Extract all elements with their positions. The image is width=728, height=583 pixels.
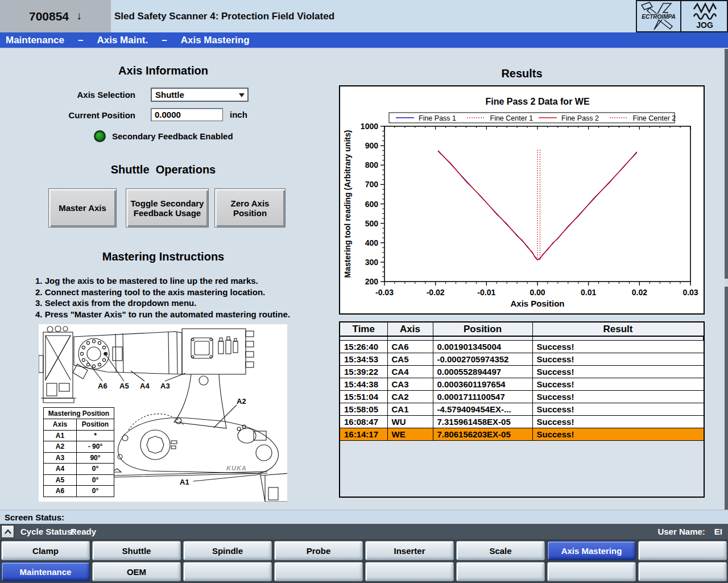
result-cell: 7.806156203EX-05 <box>433 428 532 440</box>
result-row[interactable]: 15:58:05CA1-4.579409454EX-...Success! <box>340 403 704 415</box>
menu-empty-button[interactable] <box>547 562 636 581</box>
result-row[interactable]: 15:34:53CA5-0.0002705974352Success! <box>340 353 704 365</box>
instructions-title: Mastering Instructions <box>57 250 270 263</box>
hmi-screen: 700854 ↓ Sled Safety Scanner 4: Protecti… <box>0 0 728 583</box>
result-row[interactable]: 16:14:17WE7.806156203EX-05Success! <box>340 428 704 440</box>
result-cell: 0.000552894497 <box>433 365 532 378</box>
legend-label: Fine Center 1 <box>490 114 533 122</box>
toggle-secondary-feedback-button[interactable]: Toggle Secondary Feedback Usage <box>126 188 209 228</box>
svg-text:-0.03: -0.03 <box>375 288 394 297</box>
results-column-header: Time <box>340 322 387 336</box>
result-row[interactable]: 16:08:47WU7.315961458EX-05Success! <box>340 415 704 428</box>
label-a4: A4 <box>140 382 150 390</box>
fig-table-row: A50° <box>44 474 114 486</box>
breadcrumb-separator: – <box>162 35 167 46</box>
result-cell: WU <box>387 415 433 428</box>
plot-frame <box>384 126 690 282</box>
menu-maintenance[interactable]: Maintenance <box>1 562 90 581</box>
svg-text:1000: 1000 <box>361 122 378 131</box>
result-row[interactable]: 15:39:22CA40.000552894497Success! <box>340 365 704 378</box>
fig-cell: - 90° <box>77 441 114 452</box>
cycle-status-bar: Cycle Status: Ready User Name: EI <box>0 524 728 539</box>
result-cell: Success! <box>532 403 704 415</box>
result-cell: Success! <box>532 428 704 440</box>
master-axis-button[interactable]: Master Axis <box>48 188 117 228</box>
result-cell: 0.001901345004 <box>433 340 532 353</box>
result-cell: CA1 <box>387 403 433 415</box>
result-row[interactable]: 15:51:04CA20.0001711100547Success! <box>340 390 704 403</box>
zero-axis-position-button[interactable]: Zero Axis Position <box>214 188 286 228</box>
results-chart: Fine Pass 2 Data for WEFine Pass 1Fine C… <box>340 86 704 313</box>
result-cell: 16:14:17 <box>340 428 387 440</box>
menu-spindle[interactable]: Spindle <box>183 541 272 560</box>
spacer-cell <box>340 336 387 340</box>
result-cell: 15:26:40 <box>340 340 387 353</box>
secondary-feedback-label: Secondary Feedback Enabled <box>112 131 233 141</box>
result-cell: 0.0001711100547 <box>433 390 532 403</box>
menu-inserter[interactable]: Inserter <box>365 541 454 560</box>
robot-diagram: A6 A5 A4 A3 A2 A1 KUKA Mastering Positio… <box>39 324 287 502</box>
fig-cell: 90° <box>77 453 114 464</box>
fig-table-header: AxisPosition <box>44 419 114 430</box>
jog-mode-button[interactable]: JOG <box>680 0 728 32</box>
menu-shuttle[interactable]: Shuttle <box>92 541 181 560</box>
chart-title: Fine Pass 2 Data for WE <box>485 97 589 106</box>
results-column-header: Result <box>532 322 704 336</box>
y-axis-label: Mastering tool reading (Arbitrary units) <box>343 130 352 278</box>
user-name-value: EI <box>714 527 722 536</box>
fig-table-row: A1* <box>44 430 114 441</box>
svg-text:700: 700 <box>365 180 379 189</box>
result-cell: Success! <box>532 378 704 390</box>
result-cell: 15:58:05 <box>340 403 387 415</box>
svg-text:0.00: 0.00 <box>530 288 545 297</box>
electroimpact-logo-icon: ECTROIMPA <box>636 0 681 32</box>
menu-empty-button[interactable] <box>183 562 272 581</box>
mastering-position-table: Mastering PositionAxisPositionA1*A2- 90°… <box>43 407 114 497</box>
axis-selection-dropdown[interactable]: Shuttle <box>151 88 249 102</box>
breadcrumb-separator: – <box>78 35 83 46</box>
fig-cell: A2 <box>44 441 77 452</box>
current-position-unit: inch <box>230 110 247 119</box>
spacer-cell <box>532 336 704 340</box>
menu-empty-button[interactable] <box>638 541 727 560</box>
menu-empty-button[interactable] <box>456 562 545 581</box>
result-row[interactable]: 15:26:40CA60.001901345004Success! <box>340 340 704 353</box>
legend-label: Fine Center 2 <box>633 114 676 122</box>
result-cell: WE <box>387 428 433 440</box>
label-a2: A2 <box>237 397 246 406</box>
result-row[interactable]: 15:44:38CA30.0003601197654Success! <box>340 378 704 390</box>
svg-text:0.01: 0.01 <box>581 288 596 297</box>
svg-text:0.02: 0.02 <box>632 288 647 297</box>
menu-probe[interactable]: Probe <box>274 541 363 560</box>
secondary-feedback-led <box>94 130 106 142</box>
scrollbar[interactable] <box>725 49 728 510</box>
current-position-label: Current Position <box>22 110 135 120</box>
bottom-menu: ClampShuttleSpindleProbeInserterScaleAxi… <box>0 539 728 583</box>
menu-empty-button[interactable] <box>638 562 727 581</box>
result-cell: 0.0003601197654 <box>433 378 532 390</box>
svg-text:-0.02: -0.02 <box>427 288 445 297</box>
menu-empty-button[interactable] <box>274 562 363 581</box>
svg-text:800: 800 <box>365 160 379 169</box>
current-position-field[interactable]: 0.0000 <box>151 108 223 121</box>
fig-table-row: A40° <box>44 463 114 474</box>
alarm-id-dropdown[interactable]: 700854 ↓ <box>0 0 111 32</box>
results-chart-panel: Fine Pass 2 Data for WEFine Pass 1Fine C… <box>339 85 705 315</box>
menu-clamp[interactable]: Clamp <box>1 541 90 560</box>
menu-axis-mastering[interactable]: Axis Mastering <box>547 541 636 560</box>
menu-scale[interactable]: Scale <box>456 541 545 560</box>
collapse-button[interactable] <box>1 525 14 538</box>
result-cell: CA4 <box>387 365 433 378</box>
result-cell: Success! <box>532 353 704 365</box>
menu-empty-button[interactable] <box>365 562 454 581</box>
legend-label: Fine Pass 2 <box>561 114 599 122</box>
fig-cell: 0° <box>77 475 114 486</box>
result-cell: CA2 <box>387 390 433 403</box>
result-cell: 15:39:22 <box>340 365 387 378</box>
results-table: TimeAxisPositionResult 15:26:40CA60.0019… <box>340 322 704 441</box>
result-cell: Success! <box>532 415 704 428</box>
operations-title: Shuttle Operations <box>57 163 270 176</box>
brand-text: KUKA <box>226 465 247 472</box>
menu-oem[interactable]: OEM <box>92 562 181 581</box>
scrollbar-handle[interactable] <box>725 279 728 287</box>
